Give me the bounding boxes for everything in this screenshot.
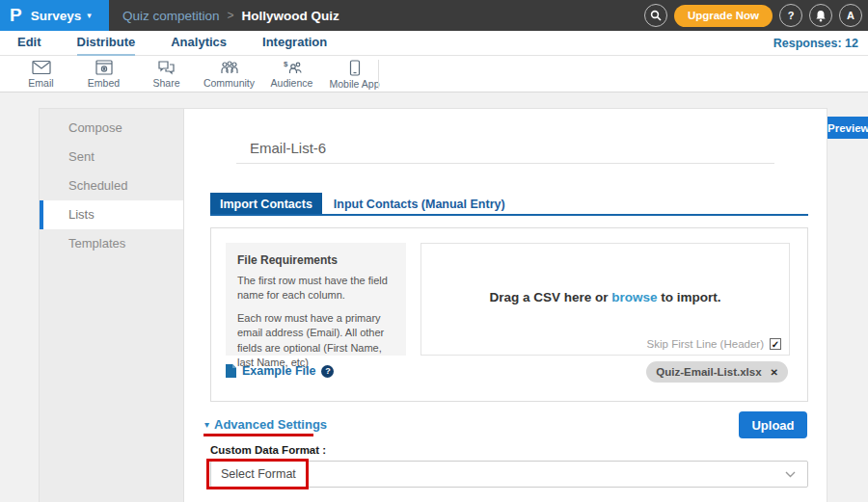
top-bar: P Surveys ▾ Quiz competition > Hollywood… — [0, 0, 868, 31]
caret-down-icon: ▾ — [87, 11, 92, 20]
annotation-red-box — [206, 459, 309, 489]
channel-share[interactable]: Share — [135, 58, 198, 90]
breadcrumb-separator: > — [228, 9, 234, 22]
preview-label: Preview — [827, 122, 868, 134]
distribute-toolbar: Email Embed Share Communi — [0, 56, 868, 92]
questionpro-logo-icon: P — [10, 1, 22, 30]
sidebar-item-sent[interactable]: Sent — [40, 143, 183, 172]
app-screen: P Surveys ▾ Quiz competition > Hollywood… — [0, 0, 868, 502]
surveys-menu[interactable]: P Surveys ▾ — [0, 0, 109, 31]
share-icon — [157, 60, 176, 75]
annotation-red-underline — [203, 434, 313, 436]
sidebar-item-compose[interactable]: Compose — [40, 114, 183, 143]
help-button[interactable]: ? — [779, 4, 802, 27]
search-icon — [650, 10, 662, 21]
community-icon — [220, 60, 239, 75]
search-button[interactable] — [644, 4, 667, 27]
top-right-actions: Upgrade Now ? A — [644, 4, 862, 27]
dropzone-text-after: to import. — [661, 290, 720, 304]
breadcrumb: Quiz competition > Hollywood Quiz — [122, 0, 339, 31]
channel-label: Share — [152, 77, 179, 89]
custom-data-format-label: Custom Data Format : — [210, 444, 326, 456]
import-contacts-panel: File Requirements The first row must hav… — [210, 227, 808, 402]
dropzone-text-before: Drag a CSV here or — [489, 290, 608, 304]
list-name-field[interactable]: Email-List-6 — [236, 136, 774, 164]
breadcrumb-current: Hollywood Quiz — [242, 9, 339, 23]
channel-community[interactable]: Community — [198, 58, 260, 90]
help-circle-icon[interactable]: ? — [321, 365, 334, 378]
file-requirements-p2: Each row must have a primary email addre… — [237, 311, 394, 371]
channel-label: Email — [28, 77, 53, 89]
channel-label: Embed — [88, 77, 120, 89]
bell-icon — [815, 10, 827, 22]
file-requirements-title: File Requirements — [237, 253, 394, 267]
toolbar-divider — [378, 60, 379, 89]
sidebar-item-templates[interactable]: Templates — [40, 229, 183, 258]
file-requirements-box: File Requirements The first row must hav… — [226, 243, 406, 356]
channel-label: Community — [203, 77, 255, 89]
nav-integration[interactable]: Integration — [262, 31, 327, 56]
email-sidebar: Compose Sent Scheduled Lists Templates — [40, 109, 184, 502]
csv-dropzone[interactable]: Drag a CSV here or browse to import. Ski… — [420, 243, 790, 356]
sidebar-item-lists[interactable]: Lists — [40, 200, 183, 229]
responses-count[interactable]: Responses: 12 — [773, 31, 858, 56]
channel-mobile-app[interactable]: Mobile App — [323, 58, 386, 90]
account-avatar[interactable]: A — [839, 4, 862, 27]
product-name: Surveys — [31, 9, 82, 23]
channel-audience[interactable]: $ Audience — [260, 58, 323, 90]
list-name: Email-List-6 — [236, 136, 774, 161]
example-file-label: Example File — [242, 364, 315, 378]
skip-first-line-row: Skip First Line (Header) ✓ — [647, 338, 781, 350]
nav-edit[interactable]: Edit — [17, 31, 41, 56]
contacts-tabbar: Import Contacts Input Contacts (Manual E… — [210, 193, 808, 216]
tab-input-contacts[interactable]: Input Contacts (Manual Entry) — [322, 193, 517, 214]
mobile-app-icon — [349, 60, 361, 76]
embed-icon — [95, 60, 113, 75]
chevron-down-icon — [785, 471, 796, 478]
channel-email[interactable]: Email — [10, 58, 72, 90]
dropzone-text: Drag a CSV here or browse to import. — [421, 290, 789, 304]
file-requirements-p1: The first row must have the field name f… — [237, 274, 394, 304]
audience-icon: $ — [283, 60, 302, 75]
sidebar-item-scheduled[interactable]: Scheduled — [40, 172, 183, 200]
nav-analytics[interactable]: Analytics — [171, 31, 227, 56]
channel-label: Mobile App — [330, 78, 380, 90]
email-icon — [32, 60, 51, 75]
skip-first-line-checkbox[interactable]: ✓ — [770, 338, 781, 350]
skip-first-line-label: Skip First Line (Header) — [647, 338, 764, 350]
survey-nav: Edit Distribute Analytics Integration Re… — [0, 31, 868, 56]
tab-import-contacts[interactable]: Import Contacts — [210, 193, 322, 214]
uploaded-file-name: Quiz-Email-List.xlsx — [656, 366, 761, 378]
breadcrumb-parent[interactable]: Quiz competition — [122, 9, 220, 23]
upgrade-now-button[interactable]: Upgrade Now — [674, 5, 773, 27]
nav-items: Edit Distribute Analytics Integration — [17, 31, 327, 56]
advanced-settings-toggle[interactable]: ▾ Advanced Settings — [204, 417, 327, 432]
channel-list: Email Embed Share Communi — [10, 58, 386, 90]
uploaded-file-chip: Quiz-Email-List.xlsx ✕ — [646, 361, 788, 383]
nav-distribute[interactable]: Distribute — [77, 31, 136, 56]
file-icon — [226, 364, 236, 378]
caret-down-icon: ▾ — [204, 419, 209, 430]
example-file-link[interactable]: Example File ? — [226, 364, 334, 378]
advanced-settings-label: Advanced Settings — [214, 417, 327, 432]
browse-link[interactable]: browse — [611, 290, 657, 304]
svg-text:$: $ — [284, 60, 288, 68]
channel-label: Audience — [271, 77, 313, 89]
notifications-button[interactable] — [809, 4, 832, 27]
channel-embed[interactable]: Embed — [72, 58, 135, 90]
upload-button[interactable]: Upload — [739, 411, 807, 438]
remove-file-icon[interactable]: ✕ — [771, 367, 778, 378]
